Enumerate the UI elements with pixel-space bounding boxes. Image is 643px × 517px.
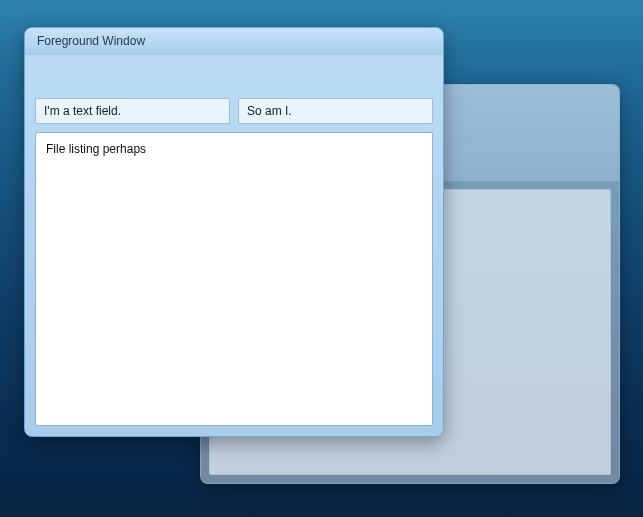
file-listing-area[interactable]: File listing perhaps	[35, 132, 433, 426]
desktop: Background Window Foreground Window File…	[0, 0, 643, 517]
foreground-window[interactable]: Foreground Window File listing perhaps	[24, 27, 444, 437]
foreground-window-title: Foreground Window	[37, 34, 145, 48]
text-field-1[interactable]	[35, 98, 230, 124]
foreground-toolbar	[35, 98, 433, 124]
foreground-window-titlebar[interactable]: Foreground Window	[25, 28, 443, 55]
list-item[interactable]: File listing perhaps	[46, 141, 422, 157]
text-field-2[interactable]	[238, 98, 433, 124]
